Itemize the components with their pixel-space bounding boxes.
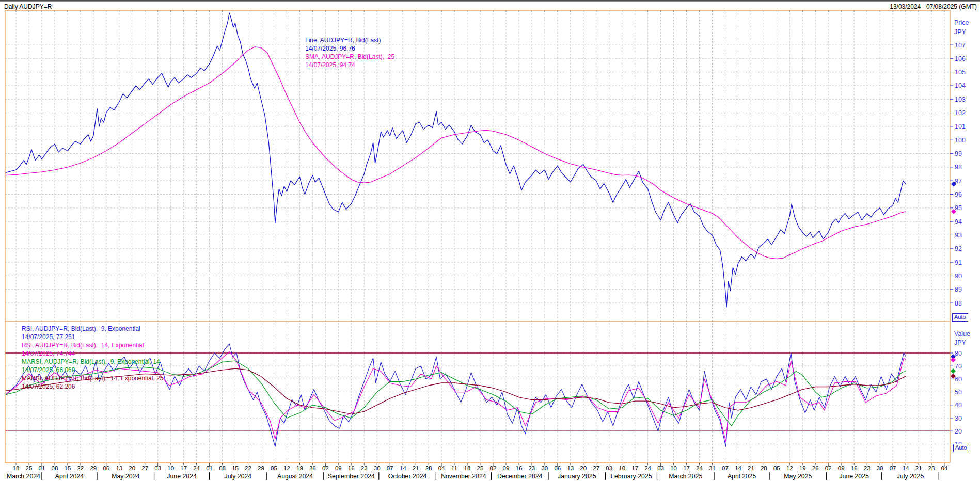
week-label: 20 — [580, 465, 587, 471]
week-label: 04 — [438, 465, 445, 471]
week-label: 14 — [735, 465, 741, 471]
week-label: 07 — [387, 465, 393, 471]
week-label: 10 — [619, 465, 625, 471]
week-label: 09 — [503, 465, 510, 471]
value-axis-currency: JPY — [954, 339, 966, 346]
price-tick-label: 102 — [955, 109, 966, 117]
week-label: 30 — [877, 465, 883, 471]
week-label: 10 — [670, 465, 677, 471]
value-tick-label: 60 — [955, 376, 962, 383]
price-tick-label: 101 — [955, 123, 966, 130]
week-label: 27 — [593, 465, 599, 471]
price-tick-label: 105 — [955, 69, 966, 76]
value-tick-label: 40 — [955, 402, 962, 409]
price-tick-label: 107 — [955, 42, 966, 49]
week-label: 12 — [786, 465, 793, 471]
week-label: 17 — [683, 465, 690, 471]
week-label: 03 — [657, 465, 664, 471]
month-label: September 2024 — [328, 473, 375, 480]
week-label: 24 — [696, 465, 703, 471]
price-tick-label: 88 — [955, 300, 962, 307]
legend-marsi9-value: 14/07/2025, 66.069 — [22, 366, 75, 374]
price-tick-label: 94 — [955, 218, 962, 226]
rsi-plot-area[interactable] — [5, 322, 950, 463]
price-tick-label: 103 — [955, 96, 966, 103]
week-label: 02 — [490, 465, 497, 471]
value-tick-label: 80 — [955, 350, 962, 357]
week-label: 28 — [761, 465, 767, 471]
value-auto-scale-button[interactable]: Auto — [953, 444, 969, 452]
value-tick-label: 50 — [955, 389, 962, 396]
month-label: April 2025 — [728, 473, 756, 480]
week-label: 01 — [39, 465, 45, 471]
week-label: 08 — [219, 465, 226, 471]
chart-window: Daily AUDJPY=R 13/03/2024 - 07/08/2025 (… — [0, 0, 980, 481]
week-label: 14 — [903, 465, 909, 471]
price-tick-label: 106 — [955, 55, 966, 62]
month-label: March 2024 — [7, 473, 40, 480]
value-tick-label: 20 — [955, 428, 962, 435]
legend-line-name: Line, AUDJPY=R, Bid(Last) — [305, 37, 381, 44]
week-label: 21 — [413, 465, 419, 471]
month-label: May 2024 — [112, 473, 139, 480]
week-label: 22 — [245, 465, 251, 471]
price-tick-label: 91 — [955, 259, 962, 266]
week-label: 28 — [425, 465, 432, 471]
week-label: 26 — [812, 465, 819, 471]
price-tick-label: 89 — [955, 286, 962, 293]
week-label: 06 — [554, 465, 561, 471]
week-label: 07 — [890, 465, 896, 471]
price-tick-label: 92 — [955, 245, 962, 252]
week-label: 02 — [825, 465, 832, 471]
legend-rsi14-value: 14/07/2025, 74.744 — [22, 350, 75, 357]
week-label: 29 — [90, 465, 97, 471]
week-label: 13 — [116, 465, 122, 471]
price-tick-label: 96 — [955, 191, 962, 198]
legend-marsi14-value: 14/07/2025, 62.206 — [22, 383, 75, 390]
price-tick-label: 97 — [955, 178, 962, 185]
week-label: 12 — [283, 465, 290, 471]
week-label: 17 — [180, 465, 187, 471]
week-label: 18 — [464, 465, 471, 471]
price-tick-label: 90 — [955, 272, 962, 280]
week-label: 08 — [52, 465, 58, 471]
week-label: 28 — [928, 465, 935, 471]
price-plot-area[interactable] — [5, 10, 950, 322]
value-tick-label: 30 — [955, 415, 962, 422]
week-label: 18 — [13, 465, 20, 471]
month-label: October 2024 — [388, 473, 427, 480]
week-label: 14 — [400, 465, 406, 471]
week-label: 04 — [941, 465, 948, 471]
week-label: 16 — [516, 465, 523, 471]
week-label: 15 — [232, 465, 239, 471]
week-label: 11 — [451, 465, 457, 471]
month-label: February 2025 — [611, 473, 652, 480]
week-label: 31 — [709, 465, 716, 471]
month-label: June 2024 — [167, 473, 197, 480]
month-label: November 2024 — [441, 473, 486, 480]
week-label: 09 — [838, 465, 845, 471]
week-label: 26 — [309, 465, 316, 471]
week-label: 25 — [477, 465, 484, 471]
price-tick-label: 98 — [955, 164, 962, 171]
legend-marsi14-name: MARSI, AUDJPY=R, Bid(Last), 14, Exponent… — [22, 375, 163, 382]
month-label: June 2025 — [839, 473, 869, 480]
price-tick-label: 95 — [955, 204, 962, 212]
week-label: 23 — [361, 465, 368, 471]
legend-sma-name: SMA, AUDJPY=R, Bid(Last), 25 — [305, 53, 394, 60]
value-tick-label: 70 — [955, 363, 962, 370]
week-label: 09 — [335, 465, 342, 471]
chart-canvas: 1071061051041031021011009998979695949392… — [0, 0, 980, 481]
month-label: August 2024 — [277, 473, 313, 480]
week-label: 02 — [322, 465, 329, 471]
month-label: July 2024 — [225, 473, 252, 480]
month-label: April 2024 — [55, 473, 84, 480]
week-label: 01 — [206, 465, 213, 471]
last-value-markers — [951, 182, 956, 379]
week-label: 30 — [541, 465, 548, 471]
week-label: 30 — [374, 465, 381, 471]
price-tick-label: 100 — [955, 137, 966, 144]
value-last-marker-1 — [951, 357, 956, 362]
price-auto-scale-button[interactable]: Auto — [952, 313, 968, 322]
legend-line-value: 14/07/2025, 96.76 — [305, 45, 355, 52]
